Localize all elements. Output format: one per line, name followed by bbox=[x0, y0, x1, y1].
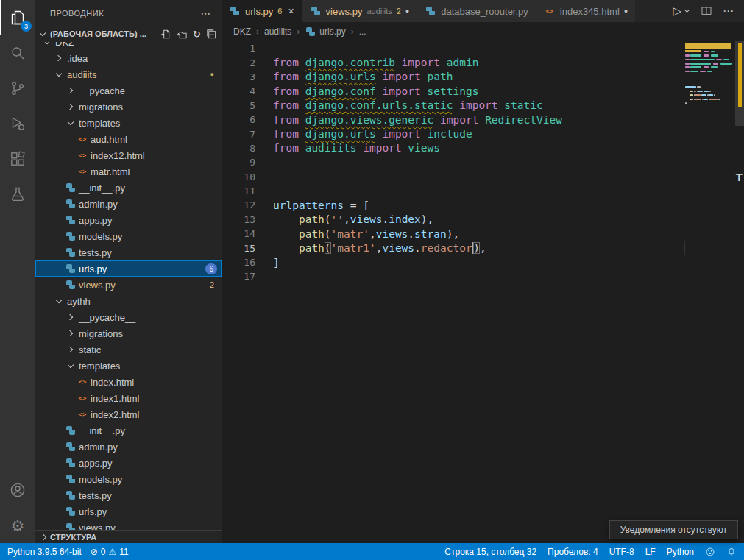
tree-item-matr-html[interactable]: <>matr.html bbox=[35, 163, 222, 180]
cursor-position-status[interactable]: Строка 15, столбец 32 bbox=[444, 547, 536, 557]
tree-item-urls-py[interactable]: urls.py6 bbox=[35, 260, 222, 277]
more-actions-icon[interactable]: ⋯ bbox=[723, 4, 734, 18]
run-python-file-button[interactable]: ▷ bbox=[673, 4, 690, 18]
tree-item-models-py[interactable]: models.py bbox=[35, 228, 222, 244]
language-mode-status[interactable]: Python bbox=[667, 547, 694, 557]
code-token: 'matr' bbox=[331, 228, 369, 240]
code-line-1[interactable]: 1 bbox=[222, 41, 685, 55]
minimap-segment bbox=[714, 94, 715, 96]
extensions-activity-button[interactable] bbox=[0, 141, 35, 177]
source-control-activity-button[interactable] bbox=[0, 71, 35, 106]
code-line-5[interactable]: 5from django.conf.urls.static import sta… bbox=[222, 99, 685, 113]
tree-item-label: __init__.py bbox=[79, 425, 125, 436]
outline-section-header[interactable]: СТРУКТУРА bbox=[35, 530, 222, 543]
code-line-10[interactable]: 10 bbox=[222, 170, 685, 184]
tree-item-label: models.py bbox=[79, 231, 122, 242]
tree-item-pycache[interactable]: __pycache__ bbox=[35, 82, 222, 99]
code-line-16[interactable]: 16] bbox=[222, 255, 685, 269]
new-file-icon[interactable] bbox=[160, 29, 171, 40]
code-line-4[interactable]: 4from django.conf import settings bbox=[222, 84, 685, 98]
code-line-9[interactable]: 9 bbox=[222, 155, 685, 169]
indentation-status[interactable]: Пробелов: 4 bbox=[548, 547, 598, 557]
new-folder-icon[interactable] bbox=[177, 29, 188, 40]
breadcrumb-item-dkz[interactable]: DKZ bbox=[233, 26, 251, 37]
tree-item-apps-py[interactable]: apps.py bbox=[35, 455, 222, 471]
explorer-activity-button[interactable]: 3 bbox=[0, 0, 35, 35]
run-dropdown-chevron-icon[interactable] bbox=[683, 7, 690, 15]
accounts-button[interactable] bbox=[0, 472, 35, 508]
tree-item-migrations[interactable]: migrations bbox=[35, 325, 222, 341]
eol-status[interactable]: LF bbox=[645, 547, 656, 557]
tree-item-migrations[interactable]: migrations bbox=[35, 99, 222, 115]
split-editor-icon[interactable] bbox=[701, 5, 712, 17]
tree-item-tests-py[interactable]: tests.py bbox=[35, 244, 222, 260]
tree-item-index-html[interactable]: <>index.html bbox=[35, 374, 222, 390]
dirty-indicator-icon[interactable]: ● bbox=[405, 7, 409, 15]
tab-label: database_roouter.py bbox=[441, 6, 528, 17]
tree-item-views-py[interactable]: views.py bbox=[35, 520, 222, 530]
tree-item-index1-html[interactable]: <>index1.html bbox=[35, 390, 222, 406]
problems-status[interactable]: ⊘ 0 ⚠ 11 bbox=[91, 547, 129, 557]
code-editor[interactable]: 12from django.contrib import admin3from … bbox=[222, 41, 744, 543]
breadcrumb-item-audiiits[interactable]: audiiits bbox=[264, 26, 291, 37]
tree-item-dkz[interactable]: DKZ bbox=[35, 42, 222, 50]
close-tab-icon[interactable]: × bbox=[288, 5, 294, 17]
code-line-7[interactable]: 7from django.urls import include bbox=[222, 127, 685, 141]
breadcrumb-item-urls-py[interactable]: urls.py bbox=[305, 26, 345, 37]
tree-item-label: audiiits bbox=[67, 69, 96, 80]
explorer-more-actions-icon[interactable]: ⋯ bbox=[201, 7, 212, 19]
tree-item-templates[interactable]: templates bbox=[35, 358, 222, 374]
tree-item-init-py[interactable]: __init__.py bbox=[35, 422, 222, 439]
tree-item-tests-py[interactable]: tests.py bbox=[35, 487, 222, 503]
tree-item-label: views.py bbox=[79, 522, 116, 531]
code-line-14[interactable]: 14 path('matr',views.stran), bbox=[222, 227, 685, 241]
tree-item-templates[interactable]: templates bbox=[35, 115, 222, 131]
code-line-8[interactable]: 8from audiiits import views bbox=[222, 141, 685, 155]
collapse-all-icon[interactable] bbox=[206, 29, 217, 40]
code-line-13[interactable]: 13 path('',views.index), bbox=[222, 213, 685, 227]
tree-item-apps-py[interactable]: apps.py bbox=[35, 212, 222, 228]
tree-item-audiiits[interactable]: audiiits● bbox=[35, 66, 222, 82]
code-area: 12from django.contrib import admin3from … bbox=[222, 41, 685, 284]
tree-item-pycache[interactable]: __pycache__ bbox=[35, 309, 222, 325]
code-line-15[interactable]: 15 path('matr1',views.redactor), bbox=[222, 241, 685, 255]
breadcrumb-item-[interactable]: ... bbox=[359, 26, 366, 37]
feedback-smiley-icon[interactable] bbox=[705, 547, 715, 557]
tab-database-roouter-py[interactable]: database_roouter.py bbox=[417, 0, 536, 22]
code-line-11[interactable]: 11 bbox=[222, 184, 685, 198]
tree-item-index12-html[interactable]: <>index12.html bbox=[35, 147, 222, 163]
code-line-17[interactable]: 17 bbox=[222, 269, 685, 283]
tree-item-index2-html[interactable]: <>index2.html bbox=[35, 406, 222, 422]
notifications-bell-icon[interactable] bbox=[726, 547, 737, 557]
tree-item-aud-html[interactable]: <>aud.html bbox=[35, 131, 222, 147]
warning-icon: ⚠ bbox=[108, 547, 116, 557]
tab-views-py[interactable]: views.pyaudiiits2● bbox=[302, 0, 418, 22]
minimap-segment bbox=[716, 59, 722, 61]
encoding-status[interactable]: UTF-8 bbox=[609, 547, 634, 557]
settings-button[interactable]: ⚙ bbox=[0, 508, 35, 543]
tab-urls-py[interactable]: urls.py6× bbox=[222, 0, 302, 22]
python-interpreter-status[interactable]: Python 3.9.5 64-bit bbox=[7, 547, 82, 557]
code-line-6[interactable]: 6from django.views.generic import Redire… bbox=[222, 113, 685, 127]
tree-item-admin-py[interactable]: admin.py bbox=[35, 439, 222, 455]
code-line-3[interactable]: 3from django.urls import path bbox=[222, 70, 685, 84]
tree-item-views-py[interactable]: views.py2 bbox=[35, 277, 222, 293]
tree-item-idea[interactable]: .idea bbox=[35, 50, 222, 66]
tree-item-label: templates bbox=[79, 118, 120, 129]
tab-index345-html[interactable]: <>index345.html● bbox=[536, 0, 636, 22]
tree-item-aythh[interactable]: aythh bbox=[35, 293, 222, 309]
tree-item-urls-py[interactable]: urls.py bbox=[35, 503, 222, 520]
code-line-2[interactable]: 2from django.contrib import admin bbox=[222, 55, 685, 69]
testing-activity-button[interactable] bbox=[0, 177, 35, 212]
dirty-indicator-icon[interactable]: ● bbox=[624, 7, 628, 15]
refresh-icon[interactable]: ↻ bbox=[193, 29, 201, 40]
code-line-12[interactable]: 12urlpatterns = [ bbox=[222, 198, 685, 212]
run-debug-activity-button[interactable] bbox=[0, 106, 35, 141]
search-activity-button[interactable] bbox=[0, 35, 35, 71]
tree-item-init-py[interactable]: __init__.py bbox=[35, 180, 222, 196]
tree-item-admin-py[interactable]: admin.py bbox=[35, 196, 222, 212]
workspace-section-header[interactable]: (РАБОЧАЯ ОБЛАСТЬ) ... ↻ bbox=[35, 26, 222, 42]
tree-item-models-py[interactable]: models.py bbox=[35, 471, 222, 487]
minimap[interactable] bbox=[685, 43, 734, 112]
tree-item-static[interactable]: static bbox=[35, 341, 222, 358]
